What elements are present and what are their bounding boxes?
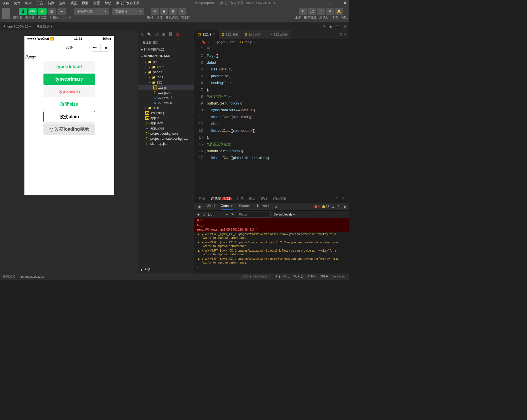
files-icon[interactable]: ⧉ — [141, 32, 144, 36]
cloud-button[interactable]: ∞ — [57, 8, 66, 15]
devtab-Console[interactable]: Console — [221, 204, 233, 210]
avatar[interactable] — [2, 8, 10, 19]
search-icon[interactable]: 🔍 — [147, 32, 151, 36]
panel-tab-构建[interactable]: 构建 — [199, 196, 206, 201]
btn-primary[interactable]: type:primary — [43, 74, 95, 85]
context-select[interactable]: top ▾ — [208, 213, 228, 216]
menu-视图[interactable]: 视图 — [68, 1, 80, 6]
compile-button[interactable]: ⟳ — [151, 8, 159, 15]
menu-帮助[interactable]: 帮助 — [102, 1, 114, 6]
test-button[interactable]: ↗ — [317, 8, 325, 15]
branch-icon[interactable]: ⎇ — [155, 32, 159, 36]
menu-设置[interactable]: 设置 — [91, 1, 102, 6]
device-select[interactable]: iPhone 5 100% 16 ▾ — [3, 25, 31, 28]
more-icon[interactable]: ⋯ — [187, 41, 190, 44]
devtab-Network[interactable]: Network — [257, 204, 270, 210]
tree-project.private.config.js...[interactable]: { }project.private.config.js... — [138, 136, 194, 141]
debugger-button[interactable]: ⚡ — [38, 8, 47, 15]
tree-page[interactable]: ▸ 📁page — [138, 59, 194, 64]
phone-icon[interactable]: 📱 — [336, 25, 340, 28]
tab-zzz.json[interactable]: {}zzz.json — [219, 30, 242, 39]
menu-项目[interactable]: 项目 — [0, 1, 11, 6]
tree-zzz[interactable]: ▸ 📁zzz — [138, 80, 194, 85]
tree-project.config.json[interactable]: { }project.config.json — [138, 131, 194, 136]
btn-plain[interactable]: 改变plain — [43, 111, 95, 122]
clear-cache-button[interactable]: ≋ — [178, 8, 186, 15]
levels-select[interactable]: Default levels ▾ — [274, 213, 295, 216]
tree-zzz.js[interactable]: JSzzz.js — [138, 85, 194, 90]
open-editors-section[interactable]: ▸ 打开的编辑器 — [138, 46, 194, 53]
menu-转到[interactable]: 转到 — [45, 1, 57, 6]
upload-button[interactable]: ⬆ — [299, 8, 307, 15]
record-icon[interactable]: ◉ — [329, 25, 332, 28]
close-panel-icon[interactable]: ✕ — [342, 197, 345, 200]
ext-icon[interactable]: ▦ — [162, 32, 165, 36]
menu-工具[interactable]: 工具 — [34, 1, 45, 6]
btn-warn[interactable]: type:warn — [43, 86, 95, 97]
tree-logs[interactable]: ▸ 📁logs — [138, 75, 194, 80]
detail-button[interactable]: ≡ — [326, 8, 334, 15]
clear-icon[interactable]: ⊘ — [197, 213, 200, 216]
forward-icon[interactable]: → — [212, 40, 215, 44]
maximize-icon[interactable]: ☐ — [336, 1, 339, 5]
inspect-icon[interactable]: ▣ — [198, 205, 201, 209]
panel-tab-输出[interactable]: 输出 — [249, 196, 256, 201]
menu-选择[interactable]: 选择 — [57, 1, 68, 6]
devtab-Wxml[interactable]: Wxml — [207, 204, 215, 210]
tree-utils[interactable]: ▸ 📁utils — [138, 105, 194, 110]
visual-button[interactable]: ▦ — [48, 8, 56, 15]
copy-icon[interactable]: ⧉ — [344, 25, 346, 28]
kebab-icon[interactable]: ⋮ — [337, 205, 340, 209]
tree-app.wxss[interactable]: ≡app.wxss — [138, 126, 194, 131]
editor-button[interactable]: </> — [28, 8, 37, 15]
btn-size[interactable]: 改变size — [43, 99, 95, 110]
menu-文件[interactable]: 文件 — [11, 1, 23, 6]
compile-select[interactable]: 普通编译▼ — [112, 8, 144, 15]
filter-input[interactable] — [237, 212, 271, 218]
capsule[interactable]: •••◉ — [89, 44, 112, 52]
tab-app.json[interactable]: {}app.json — [242, 30, 265, 39]
tree-.eslintrc.js[interactable]: JS.eslintrc.js — [138, 110, 194, 116]
tree-sitemap.json[interactable]: { }sitemap.json — [138, 141, 194, 146]
db-icon[interactable]: 🗄 — [169, 32, 172, 36]
tree-zzz.wxss[interactable]: ≡zzz.wxss — [138, 100, 194, 105]
gear-icon[interactable]: ⚙ — [332, 205, 335, 209]
minimize-icon[interactable]: — — [329, 1, 332, 5]
panel-tab-代码质量[interactable]: 代码质量 — [273, 196, 286, 201]
code-editor[interactable]: 1⌄2⌄345678⌄9101112131415⌄1617 //jsPage({… — [194, 45, 349, 194]
panel-tab-终端[interactable]: 终端 — [261, 196, 268, 201]
toc-icon[interactable]: ☰ — [197, 40, 200, 44]
menu-微信开发者工具[interactable]: 微信开发者工具 — [114, 1, 142, 6]
dock-icon[interactable]: ◨ — [343, 205, 346, 209]
bug-icon[interactable]: 🐞 — [176, 32, 180, 36]
bookmark-icon[interactable]: 🔖 — [202, 40, 206, 44]
close-icon[interactable]: ✕ — [343, 1, 346, 5]
panel-tab-问题[interactable]: 问题 — [237, 196, 244, 201]
btn-loading[interactable]: ◌改变loading显示 — [43, 124, 95, 135]
remote-debug-button[interactable]: ⇅ — [169, 8, 177, 15]
simulator-button[interactable]: 📱 — [19, 8, 27, 15]
tree-app.json[interactable]: { }app.json — [138, 121, 194, 126]
tree-app.js[interactable]: JSapp.js — [138, 116, 194, 121]
more-tabs-icon[interactable]: ⋯ — [344, 32, 347, 36]
tree-zhrm[interactable]: ▸ 📁zhrm — [138, 64, 194, 70]
hot-reload[interactable]: 热重载 开 ▾ — [37, 24, 53, 29]
stop-icon[interactable]: ◻ — [203, 213, 205, 216]
project-section[interactable]: ▾ MINIPROGRAM-1 — [138, 53, 194, 59]
tree-zzz.wxml[interactable]: <>zzz.wxml — [138, 95, 194, 100]
version-button[interactable]: ⎇ — [308, 8, 316, 15]
tree-pages[interactable]: ▸ 📁pages — [138, 70, 194, 75]
outline-section[interactable]: ▸ 大纲 — [138, 266, 194, 273]
tab-zzz.js[interactable]: JSzzz.js× — [194, 30, 219, 39]
split-icon[interactable]: ◫ — [339, 32, 342, 36]
back-icon[interactable]: ← — [207, 40, 211, 44]
tree-zzz.json[interactable]: { }zzz.json — [138, 90, 194, 95]
message-button[interactable]: 🔔 — [335, 8, 343, 15]
panel-tab-调试器[interactable]: 调试器 4, 22 — [211, 196, 232, 201]
overflow-icon[interactable]: » — [275, 205, 277, 209]
refresh-icon[interactable]: ⟳ — [323, 25, 325, 28]
tab-zzz.wxml[interactable]: <>zzz.wxml — [265, 30, 291, 39]
eye-icon[interactable]: 👁 — [231, 213, 234, 216]
preview-button[interactable]: ◉ — [160, 8, 168, 15]
mode-select[interactable]: 小程序模式▼ — [74, 8, 109, 15]
